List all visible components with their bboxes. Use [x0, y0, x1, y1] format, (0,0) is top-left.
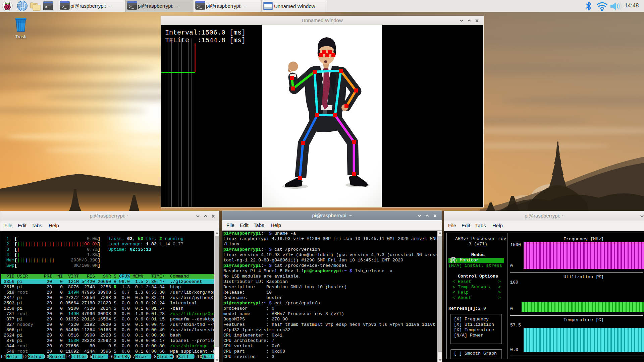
svg-text:>_: >_ — [197, 5, 202, 9]
svg-text:>_: >_ — [129, 5, 134, 9]
svg-text:>_: >_ — [62, 5, 67, 9]
svg-text:>_: >_ — [45, 5, 50, 10]
